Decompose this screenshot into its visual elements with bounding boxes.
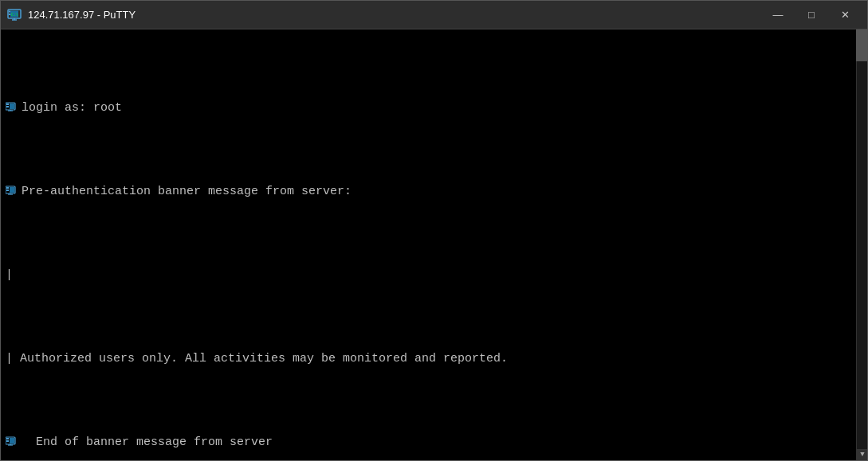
- pipe-text: |: [6, 267, 13, 283]
- pre-auth-text: Pre-authentication banner message from s…: [22, 183, 352, 200]
- putty-line-icon: [6, 186, 18, 198]
- list-item: |: [6, 267, 862, 283]
- svg-rect-14: [6, 187, 9, 189]
- svg-rect-20: [6, 438, 9, 440]
- close-button[interactable]: ✕: [829, 4, 861, 26]
- scrollbar[interactable]: ▲ ▼: [856, 29, 867, 460]
- svg-rect-9: [6, 106, 9, 107]
- login-as-text: login as: root: [22, 100, 122, 116]
- titlebar-controls: — □ ✕: [762, 4, 861, 26]
- svg-text:C:\: C:\: [11, 12, 18, 17]
- putty-line-icon: [6, 102, 18, 115]
- minimize-button[interactable]: —: [762, 4, 794, 26]
- titlebar-left: C:\ 124.71.167.97 - PuTTY: [7, 8, 136, 22]
- scrollbar-thumb[interactable]: [856, 29, 867, 61]
- titlebar: C:\ 124.71.167.97 - PuTTY — □ ✕: [1, 1, 867, 29]
- svg-rect-10: [10, 104, 14, 109]
- svg-rect-3: [9, 14, 10, 15]
- maximize-button[interactable]: □: [795, 4, 827, 26]
- list-item: login as: root: [6, 100, 862, 116]
- list-item: Pre-authentication banner message from s…: [6, 183, 862, 200]
- list-item: End of banner message from server: [6, 434, 862, 451]
- svg-rect-15: [6, 189, 9, 191]
- scrollbar-down-arrow[interactable]: ▼: [857, 449, 867, 460]
- end-banner-text: End of banner message from server: [22, 434, 273, 451]
- svg-rect-21: [6, 440, 9, 442]
- terminal-content: login as: root Pre-authentication banner…: [6, 33, 862, 460]
- list-item: | Authorized users only. All activities …: [6, 350, 862, 367]
- svg-rect-22: [10, 438, 14, 443]
- putty-line-icon: [6, 436, 18, 449]
- terminal-area[interactable]: login as: root Pre-authentication banner…: [1, 29, 867, 460]
- putty-window: C:\ 124.71.167.97 - PuTTY — □ ✕: [0, 0, 868, 461]
- svg-rect-16: [10, 187, 14, 193]
- svg-rect-2: [9, 10, 10, 12]
- window-title: 124.71.167.97 - PuTTY: [28, 9, 136, 21]
- putty-app-icon: C:\: [7, 8, 22, 22]
- authorized-text: | Authorized users only. All activities …: [6, 350, 508, 367]
- svg-rect-8: [6, 104, 9, 105]
